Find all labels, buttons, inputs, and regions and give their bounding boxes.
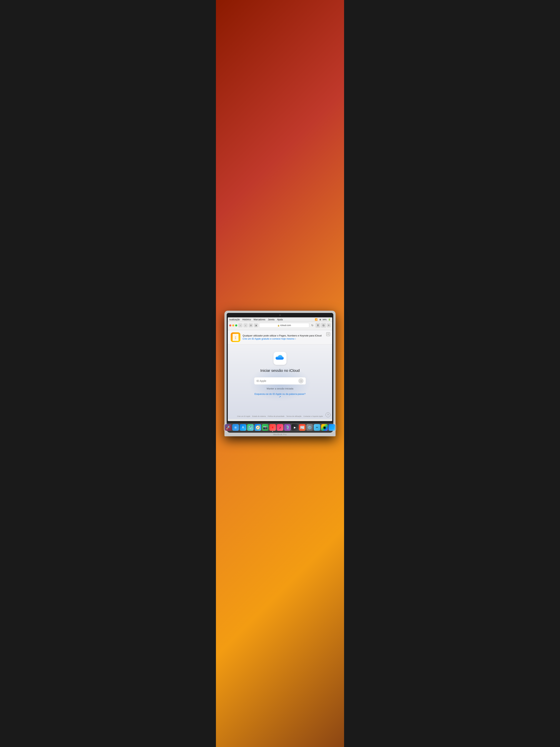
login-form: → Manter a sessão iniciada Esqueceu-se d…: [254, 377, 306, 398]
maps-icon: 🗺️: [248, 425, 253, 430]
banner-text: Qualquer utilizador pode utilizar o Page…: [243, 334, 329, 340]
footer-create-id[interactable]: Criar um ID Apple: [237, 415, 250, 417]
system-prefs-icon: ⚙️: [308, 425, 312, 430]
banner-link[interactable]: Crie um ID Apple gratuito e comece hoje …: [243, 337, 329, 340]
dock-item-photos[interactable]: ◉: [321, 424, 328, 431]
dock-item-apple-tv[interactable]: ▶: [292, 424, 298, 431]
help-button[interactable]: ?: [325, 412, 330, 417]
battery-icon: 🔋: [328, 318, 331, 321]
dock-item-safari[interactable]: 🧭: [255, 424, 261, 431]
browser-icon: 🌐: [330, 425, 334, 430]
reader-button[interactable]: ◑: [254, 323, 258, 327]
icloud-logo: [273, 352, 287, 365]
app-store-icon: A: [242, 426, 244, 430]
wifi-icon: 📶: [315, 318, 318, 321]
facetime-icon: 📷: [263, 425, 268, 430]
dock-item-launchpad[interactable]: 🚀: [225, 424, 232, 431]
dock-item-system-preferences[interactable]: ⚙️: [306, 424, 313, 431]
menu-janela[interactable]: Janela: [268, 318, 274, 321]
dock-area: 🚀 ⊞ A 🗺️ 🧭 📷 4: [227, 422, 334, 433]
apple-id-input[interactable]: [257, 380, 298, 382]
close-window-button[interactable]: [229, 325, 231, 327]
menu-marcadores[interactable]: Marcadores: [254, 318, 265, 321]
dock-item-mission-control[interactable]: ⊞: [232, 424, 239, 431]
dock-item-podcasts[interactable]: 🎙️: [284, 424, 291, 431]
secure-icon: 🔒: [277, 325, 279, 327]
back-button[interactable]: ‹: [238, 323, 242, 327]
forward-button[interactable]: ›: [243, 323, 247, 327]
calendar-running-dot: [272, 431, 273, 432]
photos-icon: ◉: [323, 425, 326, 430]
forgot-credentials-link[interactable]: Esqueceu-se do ID Apple ou da palavra-pa…: [254, 393, 306, 398]
banner-title: Qualquer utilizador pode utilizar o Page…: [243, 334, 329, 337]
url-bar[interactable]: 🔒 icloud.com: [259, 323, 309, 328]
apple-id-field[interactable]: →: [254, 377, 306, 385]
url-text: icloud.com: [281, 324, 291, 327]
screen-bezel: sualização Histórico Marcadores Janela A…: [227, 313, 334, 422]
footer-terms[interactable]: Termos de utilização: [286, 415, 301, 417]
icloud-login-area: Iniciar sessão no iCloud → Manter a sess…: [228, 344, 332, 406]
apple-id-submit-button[interactable]: →: [298, 378, 303, 384]
display-icon: 🖥: [319, 318, 321, 321]
dock-item-app-store[interactable]: A: [240, 424, 246, 431]
calendar-icon: 4: [272, 426, 273, 429]
dock-item-news[interactable]: 📰: [299, 424, 305, 431]
menu-historico[interactable]: Histórico: [242, 318, 251, 321]
scripts-icon: ✂: [316, 426, 318, 429]
traffic-lights: [229, 325, 237, 327]
dock-item-facetime[interactable]: 📷: [262, 424, 268, 431]
dock-item-scripts[interactable]: ✂: [314, 424, 320, 431]
laptop-frame: sualização Histórico Marcadores Janela A…: [224, 311, 336, 436]
share-button[interactable]: ⬆: [316, 323, 320, 328]
footer-support[interactable]: Contactar o Suporte Apple: [303, 415, 323, 417]
webpage: Qualquer utilizador pode utilizar o Page…: [228, 330, 332, 419]
menu-bar: sualização Histórico Marcadores Janela A…: [228, 317, 332, 322]
pages-app-icon: [231, 332, 240, 342]
mission-control-icon: ⊞: [235, 426, 237, 429]
fullscreen-window-button[interactable]: [235, 325, 237, 327]
notification-banner: Qualquer utilizador pode utilizar o Page…: [228, 330, 332, 344]
sidebar-button[interactable]: ⊟: [249, 323, 253, 327]
footer-privacy[interactable]: Política de privacidade: [268, 415, 285, 417]
apple-tv-icon: ▶: [294, 426, 296, 429]
podcasts-icon: 🎙️: [285, 425, 290, 430]
news-icon: 📰: [300, 425, 304, 430]
icloud-signin-title: Iniciar sessão no iCloud: [260, 368, 300, 373]
dock-item-maps[interactable]: 🗺️: [247, 424, 254, 431]
reload-button[interactable]: ↻: [310, 323, 315, 327]
footer-system-status[interactable]: Estado do sistema: [252, 415, 266, 417]
dock-item-calendar[interactable]: 4: [269, 424, 276, 431]
dock-item-browser[interactable]: 🌐: [328, 424, 335, 431]
launchpad-icon: 🚀: [226, 425, 231, 430]
tab-overview-button[interactable]: ⧉: [321, 323, 326, 328]
macbook-model-label: MacBook Pro: [227, 433, 334, 436]
dock-item-music[interactable]: ♪: [277, 424, 283, 431]
minimize-window-button[interactable]: [232, 325, 234, 327]
icloud-footer: Criar um ID Apple Estado do sistema Polí…: [228, 415, 332, 417]
camera: [279, 314, 281, 316]
new-tab-button[interactable]: +: [327, 323, 331, 327]
battery-percentage: 94%: [323, 318, 327, 321]
browser-chrome: ‹ › ⊟ ◑ 🔒 icloud.com ↻ ⬆ ⧉ +: [228, 322, 332, 330]
menu-visualizacao[interactable]: sualização: [229, 318, 240, 321]
cloud-svg-icon: [275, 355, 285, 362]
banner-close-button[interactable]: ×: [326, 332, 330, 336]
screen: sualização Histórico Marcadores Janela A…: [228, 317, 332, 421]
safari-icon: 🧭: [256, 425, 260, 430]
keep-session-label: Manter a sessão iniciada: [267, 387, 293, 390]
music-icon: ♪: [279, 426, 281, 430]
menu-ajuda[interactable]: Ajuda: [277, 318, 283, 321]
dock: 🚀 ⊞ A 🗺️ 🧭 📷 4: [223, 423, 337, 432]
